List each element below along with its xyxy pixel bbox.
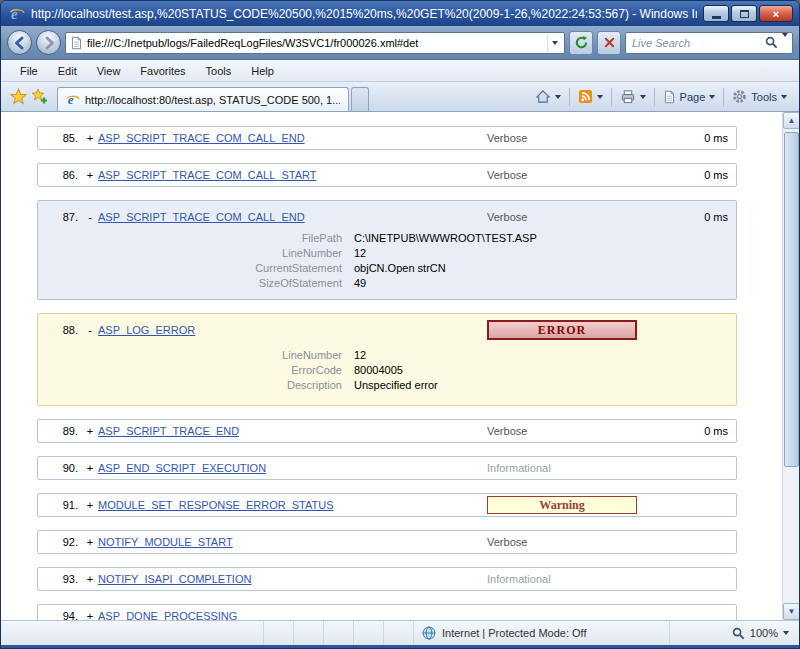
event-row: 90. + ASP_END_SCRIPT_EXECUTION Informati…: [37, 456, 737, 480]
warning-badge: Warning: [487, 496, 637, 514]
property-label: Description: [46, 378, 342, 393]
event-severity: Informational: [487, 462, 672, 474]
feeds-button[interactable]: [572, 86, 609, 108]
menu-help[interactable]: Help: [242, 62, 283, 80]
event-name-link[interactable]: ASP_SCRIPT_TRACE_END: [98, 425, 487, 437]
menu-tools[interactable]: Tools: [197, 62, 241, 80]
event-row: 86. + ASP_SCRIPT_TRACE_COM_CALL_START Ve…: [37, 163, 737, 187]
event-properties: LineNumber12 ErrorCode80004005 Descripti…: [46, 348, 728, 393]
zoom-dropdown-icon[interactable]: [783, 631, 789, 635]
event-severity: Verbose: [487, 169, 672, 181]
new-tab-button[interactable]: [351, 87, 369, 111]
scroll-down-button[interactable]: ▼: [783, 603, 799, 620]
status-pane: [353, 621, 383, 645]
address-text[interactable]: file:///C:/Inetpub/logs/FailedReqLogFile…: [87, 37, 543, 49]
event-name-link[interactable]: ASP_LOG_ERROR: [98, 324, 487, 336]
event-name-link[interactable]: ASP_SCRIPT_TRACE_COM_CALL_END: [98, 211, 487, 223]
property-value: C:\INETPUB\WWWROOT\TEST.ASP: [354, 231, 728, 246]
vertical-scrollbar[interactable]: ▲ ▼: [782, 112, 799, 620]
property-label: LineNumber: [46, 348, 342, 363]
print-button[interactable]: [614, 86, 652, 108]
event-name-link[interactable]: ASP_SCRIPT_TRACE_COM_CALL_START: [98, 169, 487, 181]
address-dropdown[interactable]: [547, 34, 562, 52]
maximize-button[interactable]: [731, 5, 757, 22]
menu-view[interactable]: View: [88, 62, 130, 80]
search-icon[interactable]: [765, 36, 778, 49]
event-number: 86.: [46, 169, 82, 181]
trace-event-list: 85. + ASP_SCRIPT_TRACE_COM_CALL_END Verb…: [1, 112, 799, 620]
event-name-link[interactable]: NOTIFY_MODULE_START: [98, 536, 487, 548]
svg-text:e: e: [11, 6, 18, 22]
search-dropdown[interactable]: [782, 37, 788, 49]
event-number: 87.: [46, 211, 82, 223]
property-value: Unspecified error: [354, 378, 728, 393]
zoom-level: 100%: [750, 627, 778, 639]
event-row: 94. + ASP_DONE_PROCESSING: [37, 604, 737, 620]
close-button[interactable]: ×: [759, 5, 793, 22]
event-row: 92. + NOTIFY_MODULE_START Verbose: [37, 530, 737, 554]
event-name-link[interactable]: NOTIFY_ISAPI_COMPLETION: [98, 573, 487, 585]
event-name-link[interactable]: MODULE_SET_RESPONSE_ERROR_STATUS: [98, 499, 487, 511]
page-menu-label: Page: [680, 91, 706, 103]
event-name-link[interactable]: ASP_SCRIPT_TRACE_COM_CALL_END: [98, 132, 487, 144]
event-name-link[interactable]: ASP_DONE_PROCESSING: [98, 610, 487, 620]
minimize-button[interactable]: [703, 5, 729, 22]
active-tab[interactable]: e http://localhost:80/test.asp, STATUS_C…: [57, 87, 349, 111]
search-input[interactable]: Live Search: [632, 37, 761, 49]
toolbar-separator: [723, 88, 724, 106]
back-button[interactable]: [7, 30, 32, 55]
globe-icon: [422, 626, 436, 640]
expand-toggle[interactable]: +: [82, 169, 98, 181]
page-menu-button[interactable]: Page: [657, 86, 722, 108]
event-number: 85.: [46, 132, 82, 144]
home-button[interactable]: [529, 86, 567, 108]
scroll-up-button[interactable]: ▲: [783, 112, 799, 129]
address-bar[interactable]: file:///C:/Inetpub/logs/FailedReqLogFile…: [65, 32, 565, 54]
browser-window: e http://localhost/test.asp,%20STATUS_CO…: [0, 0, 800, 649]
property-label: LineNumber: [46, 246, 342, 261]
stop-button[interactable]: [597, 31, 621, 55]
tools-menu-label: Tools: [751, 91, 777, 103]
expand-toggle[interactable]: +: [82, 610, 98, 620]
forward-button[interactable]: [36, 30, 61, 55]
menu-file[interactable]: File: [11, 62, 47, 80]
add-favorite-button[interactable]: [31, 88, 48, 105]
collapse-toggle[interactable]: -: [82, 324, 98, 336]
event-duration: 0 ms: [672, 132, 728, 144]
tab-bar: e http://localhost:80/test.asp, STATUS_C…: [1, 82, 799, 112]
tab-title: http://localhost:80/test.asp, STATUS_COD…: [85, 94, 340, 106]
svg-text:e: e: [68, 93, 74, 107]
expand-toggle[interactable]: +: [82, 573, 98, 585]
menu-edit[interactable]: Edit: [49, 62, 86, 80]
refresh-button[interactable]: [569, 31, 593, 55]
event-severity: Verbose: [487, 211, 672, 223]
search-box[interactable]: Live Search: [625, 32, 793, 54]
zoom-icon: [732, 627, 745, 640]
property-label: CurrentStatement: [46, 261, 342, 276]
event-duration: 0 ms: [672, 425, 728, 437]
event-severity: Verbose: [487, 536, 672, 548]
scrollbar-thumb[interactable]: [784, 132, 799, 467]
title-bar: e http://localhost/test.asp,%20STATUS_CO…: [1, 1, 799, 26]
property-label: ErrorCode: [46, 363, 342, 378]
status-bar: Internet | Protected Mode: Off 100%: [1, 620, 799, 645]
error-badge: ERROR: [487, 320, 637, 340]
expand-toggle[interactable]: +: [82, 462, 98, 474]
expand-toggle[interactable]: +: [82, 425, 98, 437]
window-title: http://localhost/test.asp,%20STATUS_CODE…: [31, 7, 697, 21]
expand-toggle[interactable]: +: [82, 536, 98, 548]
expand-toggle[interactable]: +: [82, 499, 98, 511]
security-zone-pane[interactable]: Internet | Protected Mode: Off: [413, 621, 669, 645]
ie-logo-icon: e: [9, 6, 25, 22]
zoom-control[interactable]: 100%: [669, 621, 799, 645]
event-name-link[interactable]: ASP_END_SCRIPT_EXECUTION: [98, 462, 487, 474]
menu-favorites[interactable]: Favorites: [131, 62, 194, 80]
favorites-center-button[interactable]: [10, 88, 27, 105]
collapse-toggle[interactable]: -: [82, 211, 98, 223]
expand-toggle[interactable]: +: [82, 132, 98, 144]
event-properties: FilePathC:\INETPUB\WWWROOT\TEST.ASP Line…: [46, 231, 728, 291]
event-number: 92.: [46, 536, 82, 548]
event-severity: Verbose: [487, 425, 672, 437]
tools-menu-button[interactable]: Tools: [726, 86, 793, 108]
event-severity: Informational: [487, 573, 672, 585]
